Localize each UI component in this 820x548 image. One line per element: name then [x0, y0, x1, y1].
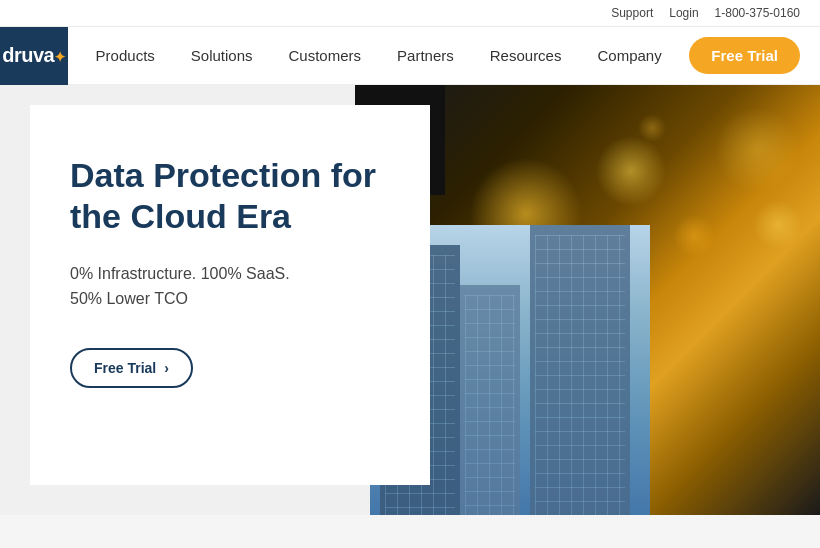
hero-section: Data Protection for the Cloud Era 0% Inf…	[0, 85, 820, 515]
nav-item-partners[interactable]: Partners	[381, 39, 470, 72]
utility-bar: Support Login 1-800-375-0160	[0, 0, 820, 27]
logo-dot: ✦	[54, 49, 66, 65]
hero-subtext-line2: 50% Lower TCO	[70, 290, 188, 307]
hero-content-card: Data Protection for the Cloud Era 0% Inf…	[30, 105, 430, 485]
nav-item-company[interactable]: Company	[581, 39, 677, 72]
login-link[interactable]: Login	[669, 6, 698, 20]
logo-container[interactable]: druva✦	[0, 27, 68, 85]
building-right	[530, 225, 630, 515]
building-center	[460, 285, 520, 515]
free-trial-button-nav[interactable]: Free Trial	[689, 37, 800, 74]
nav-item-solutions[interactable]: Solutions	[175, 39, 269, 72]
nav-links: Products Solutions Customers Partners Re…	[68, 39, 689, 72]
support-link[interactable]: Support	[611, 6, 653, 20]
hero-heading: Data Protection for the Cloud Era	[70, 155, 390, 237]
free-trial-label: Free Trial	[94, 360, 156, 376]
nav-item-customers[interactable]: Customers	[273, 39, 378, 72]
logo-text: druva✦	[2, 44, 65, 67]
nav-item-products[interactable]: Products	[80, 39, 171, 72]
chevron-right-icon: ›	[164, 360, 169, 376]
hero-subtext: 0% Infrastructure. 100% SaaS. 50% Lower …	[70, 261, 390, 312]
hero-subtext-line1: 0% Infrastructure. 100% SaaS.	[70, 265, 290, 282]
navbar: druva✦ Products Solutions Customers Part…	[0, 27, 820, 85]
phone-number: 1-800-375-0160	[715, 6, 800, 20]
free-trial-button-hero[interactable]: Free Trial ›	[70, 348, 193, 388]
nav-item-resources[interactable]: Resources	[474, 39, 578, 72]
